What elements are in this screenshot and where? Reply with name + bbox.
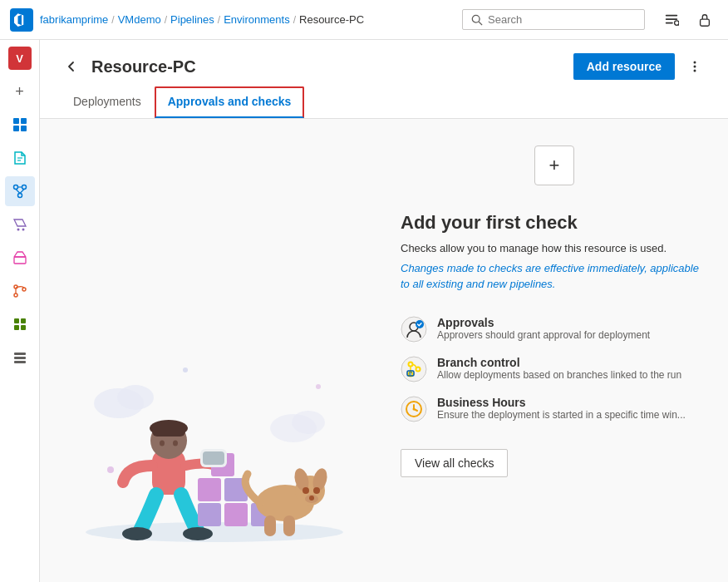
- svg-point-43: [316, 384, 321, 389]
- list-icon[interactable]: [658, 7, 685, 33]
- sidebar-item-testplans[interactable]: [5, 210, 35, 239]
- svg-rect-48: [152, 427, 185, 436]
- svg-point-35: [694, 66, 696, 68]
- sidebar: V +: [0, 40, 40, 582]
- main-content: Resource-PC Add resource Deployments App: [40, 40, 728, 582]
- content-body: + Add your first check Checks allow you …: [40, 119, 728, 570]
- svg-rect-67: [264, 515, 276, 536]
- breadcrumb-sep-3: /: [218, 14, 220, 26]
- svg-rect-11: [21, 126, 27, 131]
- svg-rect-22: [14, 257, 26, 264]
- sidebar-item-git[interactable]: [5, 276, 35, 306]
- sidebar-item-repos[interactable]: [5, 143, 35, 173]
- search-input[interactable]: [488, 13, 636, 26]
- sidebar-item-pipelines[interactable]: [5, 176, 35, 206]
- avatar[interactable]: V: [8, 47, 32, 70]
- svg-rect-7: [701, 19, 710, 26]
- svg-point-0: [472, 15, 480, 22]
- illustration-area: [40, 119, 381, 570]
- svg-point-52: [183, 527, 213, 540]
- svg-rect-9: [21, 118, 27, 124]
- svg-line-19: [20, 190, 24, 194]
- svg-rect-54: [224, 503, 248, 526]
- business-hours-check-name: Business Hours: [437, 396, 686, 409]
- svg-rect-27: [14, 318, 19, 323]
- svg-rect-2: [666, 14, 677, 16]
- back-button[interactable]: [60, 55, 83, 78]
- svg-point-51: [122, 527, 152, 540]
- svg-point-42: [107, 466, 114, 473]
- sidebar-item-artifacts[interactable]: [5, 243, 35, 273]
- view-all-checks-button[interactable]: View all checks: [401, 449, 508, 477]
- sidebar-item-settings[interactable]: [5, 343, 35, 372]
- svg-rect-8: [13, 118, 19, 124]
- boards-icon: [12, 116, 28, 133]
- svg-point-40: [292, 411, 325, 434]
- branch-control-check-desc: Allow deployments based on branches link…: [437, 369, 681, 381]
- lock-icon[interactable]: [691, 7, 718, 33]
- breadcrumb-environments[interactable]: Environments: [224, 13, 289, 26]
- page-title: Resource-PC: [91, 57, 196, 76]
- add-resource-button[interactable]: Add resource: [573, 53, 675, 80]
- illustration: [61, 320, 360, 553]
- right-panel: + Add your first check Checks allow you …: [381, 119, 728, 570]
- plus-icon: +: [15, 83, 24, 101]
- svg-point-49: [160, 441, 165, 446]
- more-options-button[interactable]: [681, 53, 708, 80]
- more-dots-icon: [688, 60, 701, 73]
- desc2-highlight: immediately: [588, 262, 644, 274]
- breadcrumb-sep-2: /: [165, 14, 167, 26]
- svg-point-86: [413, 407, 416, 410]
- title-actions: Add resource: [573, 53, 708, 80]
- svg-point-71: [401, 317, 426, 342]
- svg-rect-10: [13, 126, 19, 131]
- breadcrumb: fabrikamprime / VMdemo / Pipelines / Env…: [40, 13, 364, 26]
- list-item: Branch control Allow deployments based o…: [401, 356, 708, 382]
- approvals-check-name: Approvals: [437, 316, 650, 329]
- svg-rect-70: [203, 451, 224, 465]
- azure-devops-logo[interactable]: [10, 8, 33, 32]
- approvals-check-info: Approvals Approvers should grant approva…: [437, 316, 650, 341]
- svg-point-15: [22, 185, 26, 190]
- extensions-icon: [12, 316, 28, 333]
- breadcrumb-sep-1: /: [111, 14, 114, 26]
- svg-rect-33: [14, 361, 26, 363]
- breadcrumb-fabrikamprime[interactable]: fabrikamprime: [40, 13, 108, 26]
- business-hours-check-info: Business Hours Ensure the deployment is …: [437, 396, 686, 421]
- settings-icon: [12, 349, 28, 366]
- svg-rect-53: [198, 503, 221, 526]
- add-check-button[interactable]: +: [534, 146, 574, 185]
- nav-action-icons: [658, 7, 718, 33]
- search-icon: [471, 14, 483, 26]
- svg-rect-4: [666, 22, 673, 23]
- breadcrumb-vmdemo[interactable]: VMdemo: [118, 13, 161, 26]
- tab-approvals-and-checks[interactable]: Approvals and checks: [155, 86, 305, 118]
- testplans-icon: [12, 216, 28, 233]
- artifacts-icon: [12, 249, 28, 266]
- search-box[interactable]: [462, 9, 645, 30]
- tab-deployments[interactable]: Deployments: [60, 86, 155, 118]
- svg-line-18: [16, 190, 20, 194]
- svg-point-73: [416, 320, 424, 328]
- svg-point-25: [14, 293, 17, 297]
- sidebar-item-add[interactable]: +: [5, 76, 35, 106]
- svg-rect-28: [21, 318, 26, 323]
- svg-point-14: [13, 185, 17, 190]
- sidebar-item-extensions[interactable]: [5, 309, 35, 339]
- svg-point-41: [183, 367, 188, 372]
- approvals-check-icon: [401, 316, 427, 343]
- top-navigation: fabrikamprime / VMdemo / Pipelines / Env…: [0, 0, 728, 40]
- breadcrumb-pipelines[interactable]: Pipelines: [170, 13, 214, 26]
- first-check-heading: Add your first check Checks allow you to…: [401, 212, 708, 296]
- svg-rect-68: [283, 515, 295, 536]
- repos-icon: [12, 150, 28, 166]
- svg-point-16: [17, 194, 22, 198]
- svg-rect-32: [14, 357, 26, 359]
- first-check-title: Add your first check: [401, 212, 708, 234]
- list-item: Business Hours Ensure the deployment is …: [401, 396, 708, 422]
- sidebar-item-boards[interactable]: [5, 110, 35, 140]
- business-hours-check-icon: [401, 396, 427, 422]
- svg-point-63: [303, 487, 309, 494]
- svg-point-20: [17, 229, 19, 231]
- svg-rect-31: [14, 353, 26, 355]
